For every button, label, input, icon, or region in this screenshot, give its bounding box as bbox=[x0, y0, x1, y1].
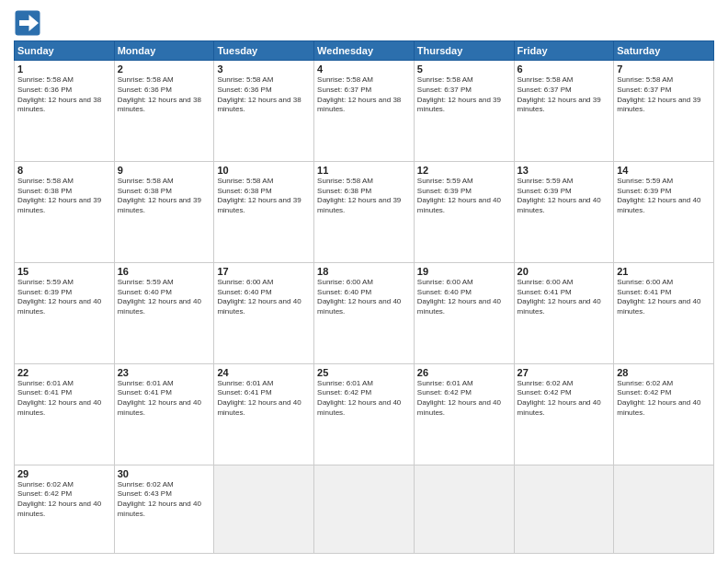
calendar-cell: 24 Sunrise: 6:01 AMSunset: 6:41 PMDaylig… bbox=[214, 363, 314, 465]
calendar-cell bbox=[314, 465, 415, 554]
day-header-saturday: Saturday bbox=[614, 41, 714, 61]
calendar-cell bbox=[214, 465, 314, 554]
logo bbox=[14, 9, 45, 37]
day-info: Sunrise: 6:01 AMSunset: 6:42 PMDaylight:… bbox=[317, 379, 411, 419]
calendar-cell: 8 Sunrise: 5:58 AMSunset: 6:38 PMDayligh… bbox=[15, 161, 115, 262]
calendar-cell bbox=[514, 465, 614, 554]
calendar-cell: 6 Sunrise: 5:58 AMSunset: 6:37 PMDayligh… bbox=[514, 61, 614, 162]
day-number: 5 bbox=[417, 63, 511, 75]
day-number: 27 bbox=[518, 367, 611, 378]
header bbox=[14, 9, 714, 37]
day-header-friday: Friday bbox=[514, 41, 614, 61]
calendar-cell: 30 Sunrise: 6:02 AMSunset: 6:43 PMDaylig… bbox=[114, 465, 214, 554]
calendar-cell: 26 Sunrise: 6:01 AMSunset: 6:42 PMDaylig… bbox=[414, 363, 514, 465]
day-number: 23 bbox=[118, 367, 211, 378]
day-info: Sunrise: 6:02 AMSunset: 6:42 PMDaylight:… bbox=[518, 379, 611, 419]
calendar-table: SundayMondayTuesdayWednesdayThursdayFrid… bbox=[14, 40, 714, 554]
calendar-cell: 17 Sunrise: 6:00 AMSunset: 6:40 PMDaylig… bbox=[214, 262, 314, 363]
day-info: Sunrise: 6:00 AMSunset: 6:40 PMDaylight:… bbox=[217, 278, 311, 317]
day-number: 3 bbox=[217, 63, 311, 75]
day-info: Sunrise: 6:00 AMSunset: 6:40 PMDaylight:… bbox=[417, 278, 511, 317]
day-number: 21 bbox=[617, 266, 711, 277]
day-number: 7 bbox=[617, 63, 711, 75]
calendar-cell bbox=[414, 465, 514, 554]
calendar-header-row: SundayMondayTuesdayWednesdayThursdayFrid… bbox=[15, 41, 714, 61]
day-info: Sunrise: 6:02 AMSunset: 6:42 PMDaylight:… bbox=[617, 379, 711, 419]
day-number: 16 bbox=[118, 266, 211, 277]
calendar-week-3: 15 Sunrise: 5:59 AMSunset: 6:39 PMDaylig… bbox=[15, 262, 714, 363]
calendar-cell: 19 Sunrise: 6:00 AMSunset: 6:40 PMDaylig… bbox=[414, 262, 514, 363]
calendar-cell: 22 Sunrise: 6:01 AMSunset: 6:41 PMDaylig… bbox=[15, 363, 115, 465]
calendar-cell: 13 Sunrise: 5:59 AMSunset: 6:39 PMDaylig… bbox=[514, 161, 614, 262]
calendar-cell: 7 Sunrise: 5:58 AMSunset: 6:37 PMDayligh… bbox=[614, 61, 714, 162]
day-info: Sunrise: 6:02 AMSunset: 6:43 PMDaylight:… bbox=[118, 480, 211, 520]
day-header-wednesday: Wednesday bbox=[314, 41, 415, 61]
day-number: 14 bbox=[617, 165, 711, 176]
calendar-cell: 12 Sunrise: 5:59 AMSunset: 6:39 PMDaylig… bbox=[414, 161, 514, 262]
day-number: 4 bbox=[317, 63, 411, 75]
day-info: Sunrise: 5:58 AMSunset: 6:38 PMDaylight:… bbox=[17, 177, 111, 216]
day-number: 12 bbox=[417, 165, 511, 176]
calendar-cell: 4 Sunrise: 5:58 AMSunset: 6:37 PMDayligh… bbox=[314, 61, 415, 162]
day-number: 10 bbox=[217, 165, 311, 176]
day-number: 2 bbox=[118, 63, 211, 75]
calendar-cell: 5 Sunrise: 5:58 AMSunset: 6:37 PMDayligh… bbox=[414, 61, 514, 162]
day-number: 30 bbox=[118, 468, 211, 479]
day-info: Sunrise: 5:58 AMSunset: 6:36 PMDaylight:… bbox=[118, 75, 211, 115]
calendar-cell bbox=[614, 465, 714, 554]
day-number: 11 bbox=[317, 165, 411, 176]
day-number: 17 bbox=[217, 266, 311, 277]
day-info: Sunrise: 5:59 AMSunset: 6:40 PMDaylight:… bbox=[118, 278, 211, 317]
day-info: Sunrise: 5:58 AMSunset: 6:38 PMDaylight:… bbox=[217, 177, 311, 216]
day-info: Sunrise: 5:58 AMSunset: 6:37 PMDaylight:… bbox=[417, 75, 511, 115]
calendar-cell: 29 Sunrise: 6:02 AMSunset: 6:42 PMDaylig… bbox=[15, 465, 115, 554]
day-header-sunday: Sunday bbox=[15, 41, 115, 61]
day-info: Sunrise: 5:58 AMSunset: 6:38 PMDaylight:… bbox=[317, 177, 411, 216]
calendar-cell: 1 Sunrise: 5:58 AMSunset: 6:36 PMDayligh… bbox=[15, 61, 115, 162]
calendar-cell: 2 Sunrise: 5:58 AMSunset: 6:36 PMDayligh… bbox=[114, 61, 214, 162]
day-info: Sunrise: 6:00 AMSunset: 6:40 PMDaylight:… bbox=[317, 278, 411, 317]
calendar-week-5: 29 Sunrise: 6:02 AMSunset: 6:42 PMDaylig… bbox=[15, 465, 714, 554]
day-info: Sunrise: 6:01 AMSunset: 6:41 PMDaylight:… bbox=[17, 379, 111, 419]
day-number: 25 bbox=[317, 367, 411, 378]
calendar-cell: 16 Sunrise: 5:59 AMSunset: 6:40 PMDaylig… bbox=[114, 262, 214, 363]
calendar-cell: 9 Sunrise: 5:58 AMSunset: 6:38 PMDayligh… bbox=[114, 161, 214, 262]
day-info: Sunrise: 6:02 AMSunset: 6:42 PMDaylight:… bbox=[17, 480, 111, 520]
calendar-cell: 20 Sunrise: 6:00 AMSunset: 6:41 PMDaylig… bbox=[514, 262, 614, 363]
day-info: Sunrise: 6:01 AMSunset: 6:42 PMDaylight:… bbox=[417, 379, 511, 419]
calendar-cell: 14 Sunrise: 5:59 AMSunset: 6:39 PMDaylig… bbox=[614, 161, 714, 262]
day-number: 26 bbox=[417, 367, 511, 378]
calendar-cell: 28 Sunrise: 6:02 AMSunset: 6:42 PMDaylig… bbox=[614, 363, 714, 465]
day-info: Sunrise: 5:58 AMSunset: 6:37 PMDaylight:… bbox=[617, 75, 711, 115]
day-number: 6 bbox=[518, 63, 611, 75]
day-number: 24 bbox=[217, 367, 311, 378]
calendar-week-4: 22 Sunrise: 6:01 AMSunset: 6:41 PMDaylig… bbox=[15, 363, 714, 465]
day-number: 20 bbox=[518, 266, 611, 277]
day-header-monday: Monday bbox=[114, 41, 214, 61]
day-info: Sunrise: 5:58 AMSunset: 6:36 PMDaylight:… bbox=[217, 75, 311, 115]
day-info: Sunrise: 5:58 AMSunset: 6:37 PMDaylight:… bbox=[317, 75, 411, 115]
day-info: Sunrise: 5:58 AMSunset: 6:38 PMDaylight:… bbox=[118, 177, 211, 216]
day-info: Sunrise: 5:59 AMSunset: 6:39 PMDaylight:… bbox=[518, 177, 611, 216]
calendar-cell: 18 Sunrise: 6:00 AMSunset: 6:40 PMDaylig… bbox=[314, 262, 415, 363]
day-info: Sunrise: 5:58 AMSunset: 6:36 PMDaylight:… bbox=[17, 75, 111, 115]
day-number: 13 bbox=[518, 165, 611, 176]
day-info: Sunrise: 5:59 AMSunset: 6:39 PMDaylight:… bbox=[617, 177, 711, 216]
day-header-tuesday: Tuesday bbox=[214, 41, 314, 61]
day-number: 1 bbox=[17, 63, 111, 75]
day-info: Sunrise: 5:59 AMSunset: 6:39 PMDaylight:… bbox=[17, 278, 111, 317]
logo-icon bbox=[14, 9, 41, 37]
day-number: 8 bbox=[17, 165, 111, 176]
day-info: Sunrise: 6:01 AMSunset: 6:41 PMDaylight:… bbox=[118, 379, 211, 419]
day-number: 18 bbox=[317, 266, 411, 277]
day-info: Sunrise: 6:00 AMSunset: 6:41 PMDaylight:… bbox=[617, 278, 711, 317]
calendar-cell: 25 Sunrise: 6:01 AMSunset: 6:42 PMDaylig… bbox=[314, 363, 415, 465]
day-number: 9 bbox=[118, 165, 211, 176]
calendar-week-1: 1 Sunrise: 5:58 AMSunset: 6:36 PMDayligh… bbox=[15, 61, 714, 162]
day-number: 29 bbox=[17, 468, 111, 479]
calendar-cell: 21 Sunrise: 6:00 AMSunset: 6:41 PMDaylig… bbox=[614, 262, 714, 363]
day-number: 22 bbox=[17, 367, 111, 378]
calendar-cell: 3 Sunrise: 5:58 AMSunset: 6:36 PMDayligh… bbox=[214, 61, 314, 162]
day-info: Sunrise: 5:58 AMSunset: 6:37 PMDaylight:… bbox=[518, 75, 611, 115]
day-info: Sunrise: 6:00 AMSunset: 6:41 PMDaylight:… bbox=[518, 278, 611, 317]
